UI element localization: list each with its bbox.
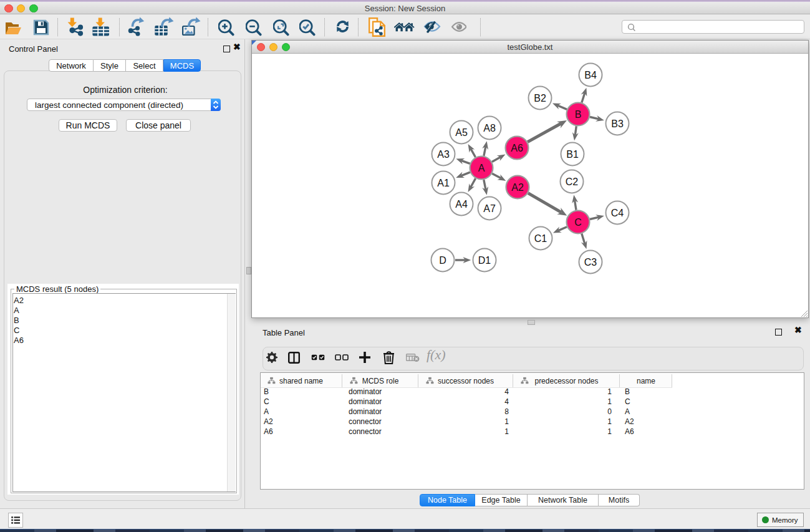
svg-text:B1: B1 (566, 149, 579, 160)
svg-text:A5: A5 (455, 127, 468, 138)
svg-text:A: A (478, 163, 485, 173)
svg-text:C2: C2 (566, 177, 579, 187)
svg-text:A8: A8 (483, 123, 496, 133)
svg-text:A1: A1 (437, 178, 450, 188)
svg-text:B3: B3 (611, 118, 624, 129)
svg-text:D1: D1 (478, 255, 491, 266)
svg-text:A4: A4 (455, 199, 468, 210)
svg-text:B: B (575, 109, 582, 120)
svg-text:D: D (439, 255, 446, 266)
svg-text:B4: B4 (584, 70, 597, 80)
svg-text:A3: A3 (437, 149, 450, 160)
svg-text:C1: C1 (534, 233, 547, 244)
svg-text:C4: C4 (611, 208, 624, 218)
svg-text:C3: C3 (584, 257, 597, 268)
svg-text:B2: B2 (534, 93, 546, 104)
svg-text:C: C (574, 217, 582, 228)
svg-text:A6: A6 (511, 143, 523, 153)
svg-text:A2: A2 (511, 182, 524, 193)
svg-text:A7: A7 (483, 203, 496, 214)
